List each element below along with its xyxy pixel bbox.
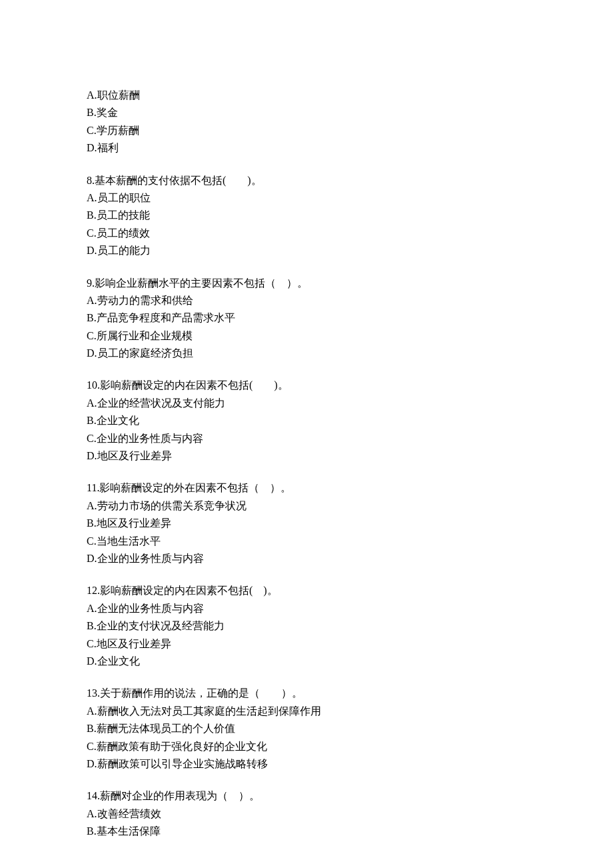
- option-text: B.企业文化: [87, 412, 526, 429]
- option-text: A.企业的经营状况及支付能力: [87, 395, 526, 412]
- option-text: A.薪酬收入无法对员工其家庭的生活起到保障作用: [87, 703, 526, 720]
- option-text: C.企业的业务性质与内容: [87, 430, 526, 447]
- question-text: 14.薪酬对企业的作用表现为（ ）。: [87, 787, 526, 805]
- option-text: C.所属行业和企业规模: [87, 327, 526, 345]
- question-9: 9.影响企业薪酬水平的主要因素不包括（ ）。 A.劳动力的需求和供给 B.产品竞…: [87, 275, 526, 363]
- question-11: 11.影响薪酬设定的外在因素不包括（ ）。 A.劳动力市场的供需关系竞争状况 B…: [87, 479, 526, 567]
- option-text: A.改善经营绩效: [87, 805, 526, 823]
- option-text: C.当地生活水平: [87, 533, 526, 550]
- option-text: D.地区及行业差异: [87, 447, 526, 465]
- question-13: 13.关于薪酬作用的说法，正确的是（ ）。 A.薪酬收入无法对员工其家庭的生活起…: [87, 685, 526, 773]
- option-text: B.奖金: [87, 104, 526, 121]
- option-text: A.劳动力市场的供需关系竞争状况: [87, 497, 526, 515]
- option-text: D.员工的家庭经济负担: [87, 345, 526, 362]
- option-text: C.地区及行业差异: [87, 635, 526, 653]
- option-text: D.企业的业务性质与内容: [87, 550, 526, 567]
- question-10: 10.影响薪酬设定的内在因素不包括( )。 A.企业的经营状况及支付能力 B.企…: [87, 377, 526, 465]
- question-text: 12.影响薪酬设定的内在因素不包括( )。: [87, 582, 526, 599]
- option-text: B.薪酬无法体现员工的个人价值: [87, 720, 526, 737]
- option-text: B.基本生活保障: [87, 823, 526, 840]
- option-text: B.地区及行业差异: [87, 515, 526, 532]
- option-text: B.企业的支付状况及经营能力: [87, 617, 526, 635]
- option-text: D.福利: [87, 139, 526, 157]
- option-text: A.劳动力的需求和供给: [87, 292, 526, 309]
- option-text: D.员工的能力: [87, 242, 526, 259]
- question-14: 14.薪酬对企业的作用表现为（ ）。 A.改善经营绩效 B.基本生活保障: [87, 787, 526, 840]
- question-8: 8.基本薪酬的支付依据不包括( )。 A.员工的职位 B.员工的技能 C.员工的…: [87, 172, 526, 260]
- question-text: 10.影响薪酬设定的内在因素不包括( )。: [87, 377, 526, 394]
- question-text: 8.基本薪酬的支付依据不包括( )。: [87, 172, 526, 189]
- option-text: D.企业文化: [87, 653, 526, 670]
- option-text: B.产品竞争程度和产品需求水平: [87, 309, 526, 327]
- question-remainder: A.职位薪酬 B.奖金 C.学历薪酬 D.福利: [87, 87, 526, 157]
- option-text: D.薪酬政策可以引导企业实施战略转移: [87, 755, 526, 773]
- option-text: C.学历薪酬: [87, 122, 526, 139]
- option-text: A.企业的业务性质与内容: [87, 600, 526, 617]
- question-text: 11.影响薪酬设定的外在因素不包括（ ）。: [87, 479, 526, 497]
- option-text: A.员工的职位: [87, 189, 526, 207]
- question-12: 12.影响薪酬设定的内在因素不包括( )。 A.企业的业务性质与内容 B.企业的…: [87, 582, 526, 670]
- question-text: 9.影响企业薪酬水平的主要因素不包括（ ）。: [87, 275, 526, 292]
- option-text: C.薪酬政策有助于强化良好的企业文化: [87, 738, 526, 755]
- option-text: A.职位薪酬: [87, 87, 526, 104]
- question-text: 13.关于薪酬作用的说法，正确的是（ ）。: [87, 685, 526, 702]
- option-text: B.员工的技能: [87, 207, 526, 224]
- option-text: C.员工的绩效: [87, 225, 526, 242]
